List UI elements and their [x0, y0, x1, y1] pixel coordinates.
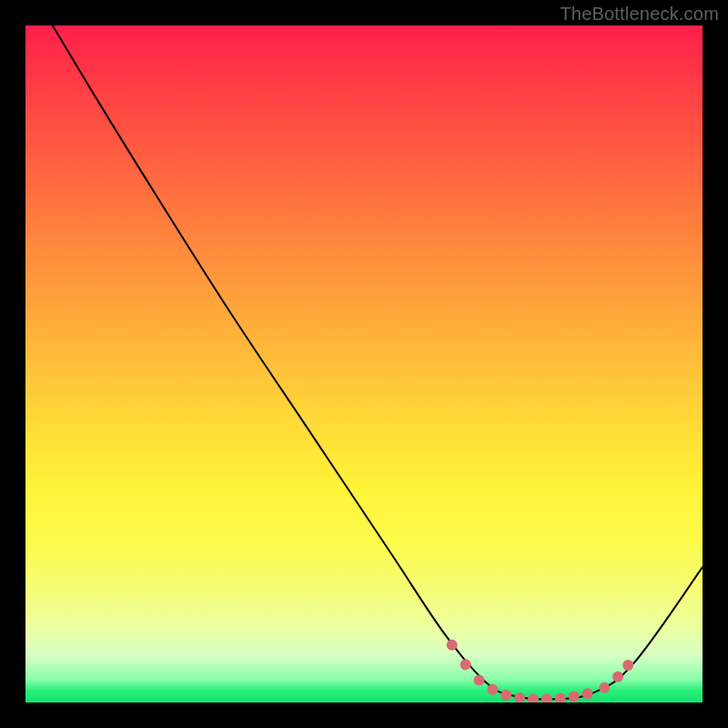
optimal-marker: [555, 693, 566, 703]
optimal-marker: [514, 693, 525, 703]
optimal-marker: [599, 682, 610, 693]
optimal-marker: [500, 690, 511, 701]
optimal-marker: [473, 674, 484, 685]
optimal-marker: [447, 640, 458, 651]
plot-area: [25, 25, 703, 703]
optimal-marker: [487, 684, 498, 695]
optimal-marker: [541, 693, 552, 703]
chart-stage: TheBottleneck.com: [0, 0, 728, 728]
optimal-marker: [582, 688, 593, 699]
bottleneck-curve-path: [53, 25, 703, 699]
watermark-label: TheBottleneck.com: [560, 4, 719, 25]
optimal-marker: [569, 691, 580, 702]
optimal-marker: [460, 659, 471, 670]
optimal-marker: [612, 672, 623, 682]
curve-layer: [53, 25, 703, 699]
optimal-marker: [528, 693, 539, 703]
chart-svg: [25, 25, 703, 703]
optimal-marker: [622, 660, 633, 671]
